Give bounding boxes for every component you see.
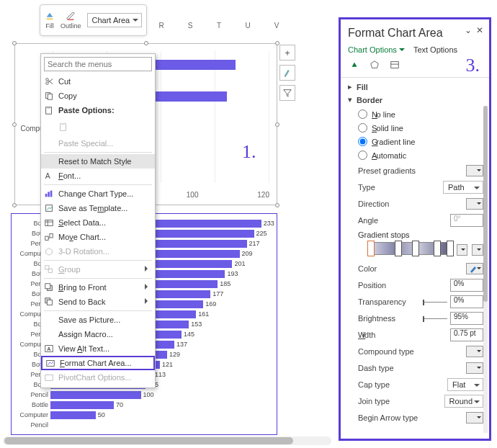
svg-rect-7: [61, 123, 64, 125]
border-section[interactable]: ▾Border: [348, 95, 483, 104]
svg-rect-29: [391, 62, 399, 68]
size-props-icon[interactable]: [390, 60, 400, 70]
transparency-input[interactable]: 0%: [450, 295, 483, 308]
svg-marker-28: [371, 61, 379, 68]
solid-line-radio[interactable]: [358, 123, 367, 133]
menu-font-[interactable]: AFont...: [41, 169, 155, 183]
bar-row: Computer50: [12, 410, 277, 420]
chart-styles-icon[interactable]: [279, 65, 295, 81]
menu-assign-macro-[interactable]: Assign Macro...: [41, 327, 155, 341]
menu-paste-options-[interactable]: Paste Options:: [41, 103, 155, 117]
fill-label: Fill: [45, 22, 54, 30]
position-input[interactable]: 0%: [450, 279, 483, 292]
svg-text:A: A: [47, 346, 50, 351]
svg-rect-26: [47, 361, 55, 367]
menu-cut[interactable]: Cut: [41, 74, 155, 89]
chart-filter-icon[interactable]: [279, 85, 295, 101]
context-menu: CutCopyPaste Options:Paste Special...Res…: [40, 53, 156, 388]
menu-paste-icon[interactable]: [41, 117, 155, 136]
width-input[interactable]: 0.75 pt: [450, 328, 483, 341]
add-stop-icon[interactable]: [457, 244, 468, 256]
pane-title: Format Chart Area: [348, 27, 483, 40]
svg-rect-3: [48, 94, 52, 99]
menu-search-input[interactable]: [44, 57, 152, 71]
pane-close-icon[interactable]: ✕: [476, 25, 483, 35]
svg-rect-17: [50, 234, 53, 238]
text-options-tab[interactable]: Text Options: [413, 45, 457, 54]
brightness-input[interactable]: 95%: [450, 312, 483, 325]
remove-stop-icon[interactable]: [472, 244, 483, 256]
menu-format-chart-area-[interactable]: Format Chart Area...: [41, 356, 155, 370]
gradient-line-radio[interactable]: [358, 137, 367, 146]
svg-rect-16: [45, 236, 48, 240]
menu--d-rotation-: 3-D Rotation...: [41, 244, 155, 259]
menu-group: Group: [41, 262, 155, 277]
angle-input: 0°: [450, 214, 483, 227]
bar-row: Pencil100: [12, 390, 277, 400]
annotation-1: 1.: [242, 141, 256, 163]
outline-label: Outline: [61, 22, 81, 30]
menu-select-data-[interactable]: Select Data...: [41, 215, 155, 230]
fill-section[interactable]: ▸Fill: [348, 82, 483, 91]
fill-button[interactable]: Fill: [45, 11, 55, 30]
effects-icon[interactable]: [370, 60, 380, 70]
gradient-type-combo[interactable]: Path: [443, 181, 483, 194]
menu-move-chart-[interactable]: Move Chart...: [41, 230, 155, 244]
svg-rect-1: [68, 19, 74, 20]
automatic-radio[interactable]: [358, 151, 367, 160]
pane-options-icon[interactable]: ⌄: [465, 25, 472, 35]
chart-elements-icon[interactable]: ＋: [279, 45, 295, 61]
menu-send-to-back[interactable]: Send to Back: [41, 295, 155, 309]
sheet-columns: RSTUV: [147, 22, 291, 30]
preset-gradients-picker[interactable]: [466, 165, 483, 176]
menu-bring-to-front[interactable]: Bring to Front: [41, 280, 155, 295]
menu-copy[interactable]: Copy: [41, 89, 155, 103]
svg-rect-10: [48, 192, 50, 197]
outline-button[interactable]: Outline: [61, 11, 81, 30]
annotation-3: 3.: [466, 55, 480, 76]
horizontal-scrollbar[interactable]: [3, 436, 331, 445]
svg-rect-23: [47, 300, 52, 305]
menu-change-chart-type-[interactable]: Change Chart Type...: [41, 187, 155, 201]
chart-options-tab[interactable]: Chart Options: [348, 45, 405, 54]
color-picker[interactable]: [466, 263, 483, 274]
menu-paste-special-: Paste Special...: [41, 136, 155, 151]
menu-save-as-picture-[interactable]: Save as Picture...: [41, 313, 155, 327]
menu-view-alt-text-[interactable]: AView Alt Text...: [41, 341, 155, 356]
direction-picker[interactable]: [466, 198, 483, 210]
svg-rect-12: [46, 205, 53, 212]
dash-type-picker[interactable]: [466, 362, 483, 374]
menu-save-as-template-[interactable]: Save as Template...: [41, 201, 155, 215]
chart-mini-toolbar: Fill Outline Chart Area: [40, 4, 147, 36]
join-type-combo[interactable]: Round: [444, 395, 483, 408]
bar-row: Pencil: [12, 420, 277, 430]
svg-rect-21: [45, 284, 50, 289]
svg-rect-0: [47, 19, 53, 20]
begin-arrow-picker[interactable]: [466, 412, 483, 424]
gradient-stops-slider[interactable]: [368, 242, 452, 255]
chart-side-buttons: ＋: [279, 45, 295, 101]
svg-rect-27: [45, 375, 53, 381]
format-pane: ⌄ ✕ Format Chart Area Chart Options Text…: [339, 17, 491, 441]
no-line-radio[interactable]: [358, 109, 367, 119]
bar-row: Bottle70: [12, 400, 277, 410]
pane-scrollbar[interactable]: [483, 106, 488, 433]
menu-reset-to-match-style[interactable]: Reset to Match Style: [41, 154, 155, 169]
cap-type-combo[interactable]: Flat: [447, 378, 483, 391]
svg-rect-5: [47, 107, 50, 109]
menu-pivotchart-options-: PivotChart Options...: [41, 370, 155, 385]
compound-type-picker[interactable]: [466, 346, 483, 357]
svg-rect-9: [45, 194, 48, 197]
svg-rect-13: [45, 220, 53, 226]
chart-element-combo[interactable]: Chart Area: [87, 13, 142, 27]
svg-rect-11: [50, 191, 53, 197]
fill-line-icon[interactable]: [349, 60, 359, 70]
svg-text:A: A: [45, 171, 50, 180]
